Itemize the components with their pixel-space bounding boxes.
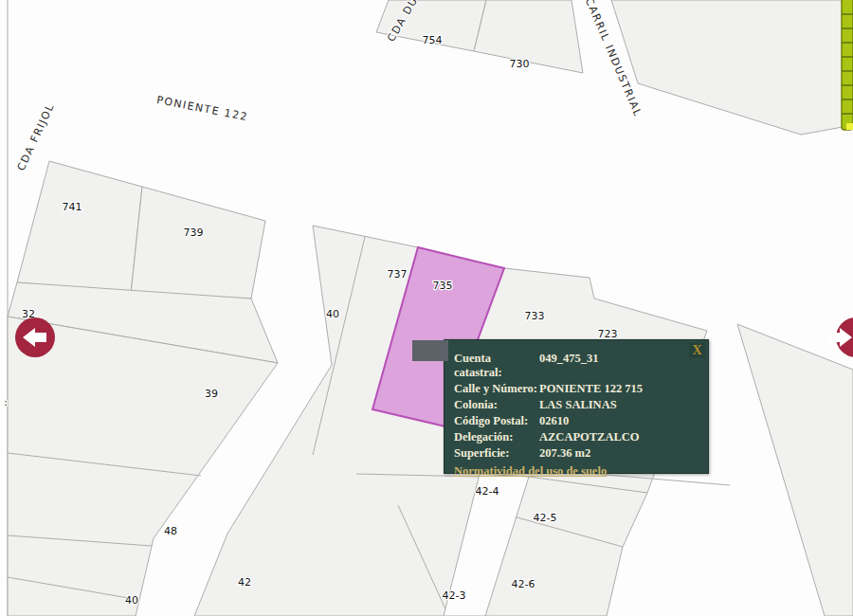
zoom-slider-nub[interactable] <box>846 123 853 130</box>
zoom-slider[interactable] <box>842 0 853 130</box>
popup-field-label: Cuenta catastral: <box>454 352 539 379</box>
pan-right-button[interactable] <box>829 317 853 357</box>
cadastral-map[interactable]: CDA DUPONIENTE 122CARRIL INDUSTRIALCDA F… <box>0 0 853 616</box>
popup-field-value: 207.36 m2 <box>539 446 708 461</box>
parcel-label-40: 40 <box>326 308 339 320</box>
map-viewport: CDA DUPONIENTE 122CARRIL INDUSTRIALCDA F… <box>0 0 853 616</box>
block-northeast[interactable] <box>611 0 853 135</box>
parcel-label-739: 739 <box>184 226 204 239</box>
parcel-label-39: 39 <box>205 388 218 400</box>
popup-field-value: LAS SALINAS <box>539 398 708 412</box>
parcel-label-426: 42-6 <box>512 578 535 590</box>
parcel-739[interactable] <box>131 187 265 299</box>
popup-field-value: 02610 <box>539 414 708 428</box>
popup-field-value: AZCAPOTZALCO <box>539 430 708 444</box>
popup-field-label: Superficie: <box>454 446 539 461</box>
popup-row: Delegación:AZCAPOTZALCO <box>445 429 708 445</box>
parcel-label-: : <box>4 396 8 408</box>
parcel-label-423: 42-3 <box>443 589 466 602</box>
block-southeast[interactable] <box>737 324 853 616</box>
parcel-info-popup: X Cuenta catastral:049_475_31Calle y Núm… <box>444 339 709 474</box>
popup-field-value: PONIENTE 122 715 <box>539 382 708 396</box>
parcel-label-733: 733 <box>525 310 545 322</box>
pan-left-button[interactable] <box>15 317 55 357</box>
land-use-normativity-link[interactable]: Normatividad del uso de suelo <box>454 464 607 479</box>
popup-field-label: Calle y Número: <box>454 382 539 396</box>
popup-row: Código Postal:02610 <box>445 413 708 429</box>
popup-field-label: Colonia: <box>454 398 539 412</box>
parcel-label-42: 42 <box>238 576 251 589</box>
popup-row: Cuenta catastral:049_475_31 <box>445 351 708 381</box>
parcel-label-730: 730 <box>510 58 530 70</box>
parcel-label-425: 42-5 <box>534 512 557 524</box>
parcel-label-48: 48 <box>164 525 177 537</box>
popup-field-label: Código Postal: <box>454 414 539 428</box>
popup-row: Superficie:207.36 m2 <box>445 445 708 462</box>
popup-row: Calle y Número:PONIENTE 122 715 <box>445 381 708 397</box>
close-icon[interactable]: X <box>689 342 705 358</box>
parcel-label-754: 754 <box>423 34 443 46</box>
popup-field-label: Delegación: <box>454 430 539 444</box>
parcel-label-741: 741 <box>63 201 82 213</box>
parcel-741[interactable] <box>17 161 142 294</box>
parcel-label-735: 735 <box>433 280 453 292</box>
parcel-label-424: 42-4 <box>476 485 499 498</box>
street-label-poniente122: PONIENTE 122 <box>155 94 249 123</box>
popup-anchor-handle[interactable] <box>412 340 448 361</box>
popup-row: Colonia:LAS SALINAS <box>445 397 708 413</box>
popup-field-value: 049_475_31 <box>539 352 708 379</box>
popup-fields: Cuenta catastral:049_475_31Calle y Númer… <box>445 340 708 462</box>
parcel-label-40: 40 <box>125 594 138 607</box>
parcel-label-737: 737 <box>388 268 408 281</box>
